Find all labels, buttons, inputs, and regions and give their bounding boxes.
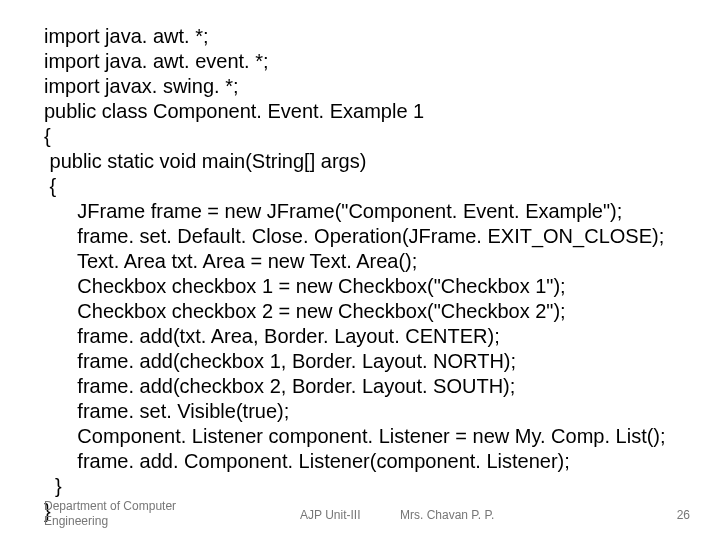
code-line: {	[44, 174, 690, 199]
code-line: import java. awt. event. *;	[44, 49, 690, 74]
footer-page-number: 26	[677, 508, 690, 522]
code-line: frame. set. Default. Close. Operation(JF…	[44, 224, 690, 249]
code-line: import java. awt. *;	[44, 24, 690, 49]
code-line: public class Component. Event. Example 1	[44, 99, 690, 124]
slide: import java. awt. *; import java. awt. e…	[0, 0, 720, 540]
code-line: frame. add(checkbox 2, Border. Layout. S…	[44, 374, 690, 399]
code-line: public static void main(String[] args)	[44, 149, 690, 174]
code-line: Checkbox checkbox 1 = new Checkbox("Chec…	[44, 274, 690, 299]
code-line: {	[44, 124, 690, 149]
footer-author: Mrs. Chavan P. P.	[400, 508, 494, 522]
code-line: import javax. swing. *;	[44, 74, 690, 99]
code-line: Text. Area txt. Area = new Text. Area();	[44, 249, 690, 274]
code-line: frame. set. Visible(true);	[44, 399, 690, 424]
code-line: JFrame frame = new JFrame("Component. Ev…	[44, 199, 690, 224]
code-line: Component. Listener component. Listener …	[44, 424, 690, 449]
footer-unit: AJP Unit-III	[0, 508, 720, 522]
code-line: frame. add(checkbox 1, Border. Layout. N…	[44, 349, 690, 374]
code-line: frame. add. Component. Listener(componen…	[44, 449, 690, 474]
code-line: Checkbox checkbox 2 = new Checkbox("Chec…	[44, 299, 690, 324]
code-block: import java. awt. *; import java. awt. e…	[44, 24, 690, 524]
code-line: frame. add(txt. Area, Border. Layout. CE…	[44, 324, 690, 349]
slide-footer: Department of Computer Engineering AJP U…	[0, 494, 720, 528]
